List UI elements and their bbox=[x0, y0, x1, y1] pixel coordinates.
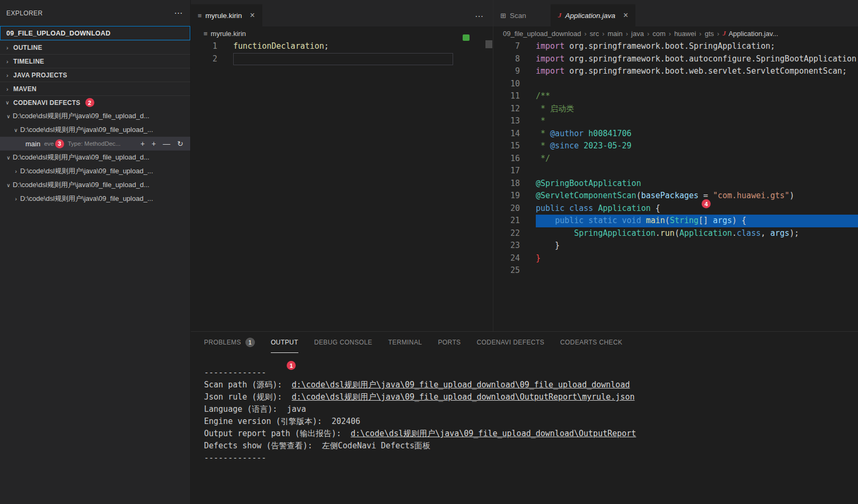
sidebar-section-maven[interactable]: ›MAVEN bbox=[0, 82, 190, 95]
breadcrumb-item-application-jav[interactable]: JApplication.jav... bbox=[722, 30, 778, 38]
panel-tab-debug-console[interactable]: DEBUG CONSOLE bbox=[314, 332, 373, 353]
sidebar-section-outline[interactable]: ›OUTLINE bbox=[0, 40, 190, 54]
output-value: 左侧CodeNavi Defects面板 bbox=[322, 441, 431, 450]
explorer-more-icon[interactable]: ⋯ bbox=[174, 8, 183, 18]
code-text: @ServletComponentScan(basePackages = "co… bbox=[536, 190, 858, 202]
tree-item[interactable]: ∨D:\code\dsl规则用户\java\09_file_upload_... bbox=[0, 123, 190, 137]
tree-item[interactable]: ›D:\code\dsl规则用户\java\09_file_upload_... bbox=[0, 192, 190, 206]
line-number: 18 bbox=[493, 178, 520, 190]
code-line-20[interactable]: 20public class Application { bbox=[493, 202, 858, 215]
code-line-7[interactable]: 7import org.springframework.boot.SpringA… bbox=[493, 40, 858, 53]
code-token bbox=[583, 216, 588, 225]
breadcrumb-item-gts[interactable]: gts bbox=[705, 30, 714, 38]
breadcrumb-label: huawei bbox=[674, 30, 696, 38]
panel-tab-codearts-check[interactable]: CODEARTS CHECK bbox=[560, 332, 622, 353]
scan-icon: ⊞ bbox=[500, 12, 506, 20]
line-number: 15 bbox=[493, 140, 520, 153]
code-line-12[interactable]: 12 * 启动类 bbox=[493, 103, 858, 116]
code-line-19[interactable]: 19@ServletComponentScan(basePackages = "… bbox=[493, 190, 858, 202]
panel-tab-output[interactable]: OUTPUT bbox=[271, 332, 298, 353]
java-icon: J bbox=[558, 11, 562, 20]
code-text: import org.springframework.boot.SpringAp… bbox=[536, 40, 858, 53]
code-line-21[interactable]: 21 public static void main(String[] args… bbox=[493, 215, 858, 227]
code-line-22[interactable]: 22 SpringApplication.run(Application.cla… bbox=[493, 227, 858, 240]
code-text bbox=[536, 78, 858, 91]
editor-actions-more-icon[interactable]: ⋯ bbox=[475, 11, 483, 21]
code-token: . bbox=[732, 228, 737, 238]
code-line-13[interactable]: 13 * bbox=[493, 115, 858, 128]
file-icon: ≡ bbox=[204, 30, 208, 38]
code-line-2[interactable]: 2 bbox=[191, 53, 493, 66]
panel-tab-problems[interactable]: PROBLEMS1 bbox=[204, 332, 255, 353]
remove-icon[interactable]: — bbox=[163, 140, 170, 147]
refresh-icon[interactable]: ↻ bbox=[177, 140, 183, 147]
code-line-1[interactable]: 1functionDeclaration; bbox=[191, 40, 493, 53]
line-number: 14 bbox=[493, 128, 520, 140]
code-text: * bbox=[536, 115, 858, 128]
chevron-right-icon: › bbox=[3, 58, 12, 65]
breadcrumb-separator-icon: › bbox=[717, 30, 719, 38]
breadcrumb-item-huawei[interactable]: huawei bbox=[674, 30, 696, 38]
add-icon[interactable]: + bbox=[152, 140, 156, 147]
defects-count-badge: 2 bbox=[85, 98, 94, 107]
code-line-8[interactable]: 8import org.springframework.boot.autocon… bbox=[493, 53, 858, 66]
code-line-25[interactable]: 25 bbox=[493, 264, 858, 277]
panel-tab-terminal[interactable]: TERMINAL bbox=[388, 332, 422, 353]
code-token: ( bbox=[636, 191, 641, 200]
folder-section-header[interactable]: 09_FILE_UPLOAD_DOWNLOAD bbox=[0, 26, 190, 40]
code-token: } bbox=[536, 241, 560, 250]
close-icon[interactable]: × bbox=[623, 11, 628, 20]
panel-tab-codenavi-defects[interactable]: CODENAVI DEFECTS bbox=[477, 332, 545, 353]
code-editor-myrule[interactable]: 1functionDeclaration;2 bbox=[191, 40, 493, 331]
tab-scan[interactable]: ⊞Scan bbox=[493, 4, 551, 26]
code-line-17[interactable]: 17 bbox=[493, 165, 858, 178]
code-line-10[interactable]: 10 bbox=[493, 78, 858, 91]
sidebar-section-codenavi-defects[interactable]: ∨CODENAVI DEFECTS2 bbox=[0, 95, 190, 109]
code-token: , bbox=[760, 228, 770, 238]
tree-item-main[interactable]: maineve3Type: MethodDec...++—↻ bbox=[0, 137, 190, 151]
code-line-18[interactable]: 18@SpringBootApplication bbox=[493, 178, 858, 190]
tree-item[interactable]: ∨D:\code\dsl规则用户\java\09_file_upload_d..… bbox=[0, 109, 190, 123]
output-path-link[interactable]: d:\code\dsl规则用户\java\09_file_upload_down… bbox=[291, 392, 634, 402]
code-line-16[interactable]: 16 */ bbox=[493, 153, 858, 165]
tree-item[interactable]: ∨D:\code\dsl规则用户\java\09_file_upload_d..… bbox=[0, 151, 190, 164]
code-line-15[interactable]: 15 * @since 2023-05-29 bbox=[493, 140, 858, 153]
output-path-link[interactable]: d:\code\dsl规则用户\java\09_file_upload_down… bbox=[291, 380, 630, 390]
line-number: 21 bbox=[493, 215, 520, 227]
code-text bbox=[536, 165, 858, 178]
breadcrumb-item[interactable]: myrule.kirin bbox=[211, 30, 246, 38]
code-line-14[interactable]: 14 * @author h00841706 bbox=[493, 128, 858, 140]
code-text bbox=[233, 53, 453, 66]
close-icon[interactable]: × bbox=[250, 11, 255, 20]
output-path-link[interactable]: d:\code\dsl规则用户\java\09_file_upload_down… bbox=[351, 429, 636, 438]
breadcrumb-item-main[interactable]: main bbox=[608, 30, 623, 38]
explorer-sidebar: EXPLORER ⋯ 09_FILE_UPLOAD_DOWNLOAD ›OUTL… bbox=[0, 0, 191, 504]
code-token: * bbox=[536, 129, 550, 138]
sidebar-section-java-projects[interactable]: ›JAVA PROJECTS bbox=[0, 68, 190, 82]
tree-item-label: D:\code\dsl规则用户\java\09_file_upload_d... bbox=[13, 153, 149, 162]
panel-tab-ports[interactable]: PORTS bbox=[438, 332, 461, 353]
breadcrumb-item-src[interactable]: src bbox=[590, 30, 599, 38]
code-token: ; bbox=[324, 41, 329, 51]
breadcrumb-item-com[interactable]: com bbox=[652, 30, 666, 38]
breadcrumb-item-09-file-upload-download[interactable]: 09_file_upload_download bbox=[503, 30, 581, 38]
code-line-11[interactable]: 11/** bbox=[493, 90, 858, 103]
code-editor-application[interactable]: 7import org.springframework.boot.SpringA… bbox=[493, 40, 858, 331]
code-line-23[interactable]: 23 } bbox=[493, 240, 858, 252]
code-token: "com.huawei.gts" bbox=[713, 191, 790, 200]
code-line-9[interactable]: 9import org.springframework.boot.web.ser… bbox=[493, 65, 858, 78]
code-token: 2023-05-29 bbox=[583, 141, 631, 151]
sidebar-section-timeline[interactable]: ›TIMELINE bbox=[0, 54, 190, 68]
tab-application-java[interactable]: JApplication.java× bbox=[551, 4, 636, 26]
tab-myrule-kirin[interactable]: ≡ myrule.kirin × bbox=[191, 4, 262, 26]
chevron-down-icon: ∨ bbox=[12, 127, 20, 133]
code-line-24[interactable]: 24} bbox=[493, 252, 858, 265]
breadcrumb-item-java[interactable]: java bbox=[631, 30, 644, 38]
tree-item[interactable]: ›D:\code\dsl规则用户\java\09_file_upload_... bbox=[0, 164, 190, 178]
scrollbar-thumb[interactable] bbox=[485, 40, 492, 48]
output-value: 202406 bbox=[332, 417, 360, 426]
code-token: basePackages bbox=[641, 191, 698, 200]
tree-item[interactable]: ∨D:\code\dsl规则用户\java\09_file_upload_d..… bbox=[0, 178, 190, 192]
add-icon[interactable]: + bbox=[140, 140, 145, 147]
output-label: Language (语言): bbox=[204, 404, 287, 414]
